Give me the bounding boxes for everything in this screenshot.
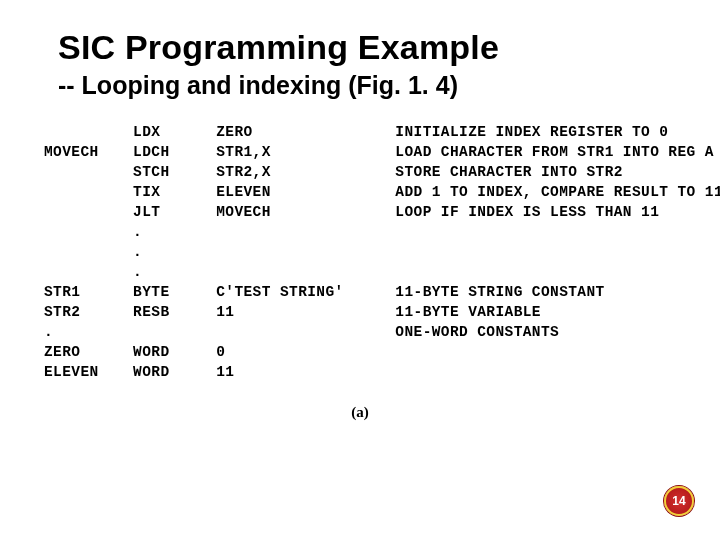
slide-title: SIC Programming Example xyxy=(58,28,720,67)
code-comment: 11-BYTE STRING CONSTANT xyxy=(395,282,604,303)
code-comment: STORE CHARACTER INTO STR2 xyxy=(395,162,623,183)
code-opcode: LDCH xyxy=(133,142,207,163)
code-comment: LOAD CHARACTER FROM STR1 INTO REG A xyxy=(395,142,714,163)
code-label: MOVECH xyxy=(44,142,124,163)
code-row: MOVECH LDCH STR1,X LOAD CHARACTER FROM S… xyxy=(44,142,720,162)
slide-subtitle: -- Looping and indexing (Fig. 1. 4) xyxy=(58,71,720,100)
code-listing: LDX ZERO INITIALIZE INDEX REGISTER TO 0 … xyxy=(44,122,720,382)
code-operand: 0 xyxy=(216,342,386,363)
code-operand: STR1,X xyxy=(216,142,386,163)
code-opcode: WORD xyxy=(133,342,207,363)
code-comment: 11-BYTE VARIABLE xyxy=(395,302,541,323)
code-opcode: LDX xyxy=(133,122,207,143)
code-opcode: JLT xyxy=(133,202,207,223)
code-opcode: . xyxy=(133,222,207,243)
code-operand: MOVECH xyxy=(216,202,386,223)
code-comment: ADD 1 TO INDEX, COMPARE RESULT TO 11 xyxy=(395,182,720,203)
code-row: LDX ZERO INITIALIZE INDEX REGISTER TO 0 xyxy=(44,122,720,142)
code-row: . xyxy=(44,262,720,282)
code-operand: ZERO xyxy=(216,122,386,143)
code-row: TIX ELEVEN ADD 1 TO INDEX, COMPARE RESUL… xyxy=(44,182,720,202)
code-opcode: STCH xyxy=(133,162,207,183)
code-row: JLT MOVECH LOOP IF INDEX IS LESS THAN 11 xyxy=(44,202,720,222)
code-row: ELEVEN WORD 11 xyxy=(44,362,720,382)
page-number: 14 xyxy=(672,494,685,508)
code-label: STR1 xyxy=(44,282,124,303)
code-label: STR2 xyxy=(44,302,124,323)
page-number-badge: 14 xyxy=(664,486,694,516)
code-row: . ONE-WORD CONSTANTS xyxy=(44,322,720,342)
code-comment: INITIALIZE INDEX REGISTER TO 0 xyxy=(395,122,668,143)
code-opcode: . xyxy=(133,242,207,263)
code-label: . xyxy=(44,322,124,343)
code-opcode: . xyxy=(133,262,207,283)
code-opcode: WORD xyxy=(133,362,207,383)
code-operand: 11 xyxy=(216,362,386,383)
code-label: ELEVEN xyxy=(44,362,124,383)
code-row: ZERO WORD 0 xyxy=(44,342,720,362)
code-opcode: BYTE xyxy=(133,282,207,303)
code-comment: LOOP IF INDEX IS LESS THAN 11 xyxy=(395,202,659,223)
code-operand: 11 xyxy=(216,302,386,323)
code-row: STR2 RESB 11 11-BYTE VARIABLE xyxy=(44,302,720,322)
code-row: STCH STR2,X STORE CHARACTER INTO STR2 xyxy=(44,162,720,182)
code-operand: STR2,X xyxy=(216,162,386,183)
code-opcode: RESB xyxy=(133,302,207,323)
code-opcode: TIX xyxy=(133,182,207,203)
code-row: . xyxy=(44,242,720,262)
figure-caption: (a) xyxy=(0,404,720,421)
code-row: . xyxy=(44,222,720,242)
code-comment: ONE-WORD CONSTANTS xyxy=(395,322,559,343)
code-operand: C'TEST STRING' xyxy=(216,282,386,303)
code-label: ZERO xyxy=(44,342,124,363)
code-operand: ELEVEN xyxy=(216,182,386,203)
slide: SIC Programming Example -- Looping and i… xyxy=(0,0,720,540)
code-row: STR1 BYTE C'TEST STRING' 11-BYTE STRING … xyxy=(44,282,720,302)
